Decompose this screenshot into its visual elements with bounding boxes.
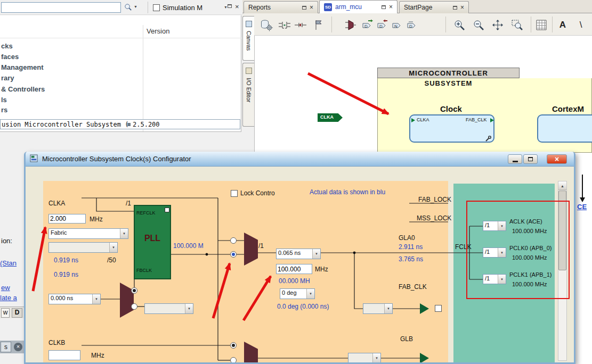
pin-clka-label[interactable]: CLKA bbox=[417, 117, 429, 122]
text-tool-icon[interactable]: A bbox=[555, 18, 570, 32]
fragment-link-stan[interactable]: (Stan bbox=[0, 259, 17, 267]
tie-pin-icon[interactable]: D bbox=[405, 18, 420, 32]
clock-section-label: Clock bbox=[440, 104, 462, 113]
subsystem-title-bar[interactable]: MICROCONTROLLER bbox=[377, 68, 520, 78]
column-divider[interactable] bbox=[143, 25, 143, 131]
dialog-icon bbox=[30, 154, 38, 164]
restore-button[interactable] bbox=[523, 154, 538, 164]
smartdesign-icon: SD bbox=[324, 3, 332, 11]
clka-net-flag[interactable]: CLKA bbox=[318, 113, 343, 122]
catalog-item[interactable]: rary bbox=[1, 74, 14, 82]
fab-clk-port-icon bbox=[420, 303, 429, 314]
dropdown-glyph: ▼ bbox=[95, 297, 98, 301]
gla0-phase-select[interactable]: 0 deg ▼ bbox=[280, 288, 315, 299]
close-panel-icon[interactable]: × bbox=[235, 3, 239, 11]
gla0-delay-select[interactable]: 0.065 ns ▼ bbox=[276, 249, 321, 259]
scrollbar-up-button[interactable]: ▲ bbox=[558, 181, 566, 190]
pin-fabclk-label[interactable]: FAB_CLK bbox=[466, 117, 487, 122]
tab-arm-mcu[interactable]: SD arm_mcu × bbox=[319, 0, 398, 13]
quick-connect-icon[interactable] bbox=[293, 18, 308, 32]
lock-control-label: Lock Contro bbox=[240, 189, 275, 197]
status-tab-s[interactable]: s bbox=[1, 342, 11, 352]
clka-source-select[interactable]: Fabric ▼ bbox=[48, 228, 128, 239]
simulation-dropdown-icon[interactable]: ▼ bbox=[224, 5, 228, 9]
close-icon[interactable]: × bbox=[389, 4, 393, 10]
close-button[interactable]: × bbox=[547, 154, 567, 164]
text-tool-glyph: A bbox=[559, 20, 566, 30]
minimize-button[interactable] bbox=[508, 154, 522, 164]
clkb-frequency-input[interactable] bbox=[48, 350, 80, 360]
zoom-in-icon[interactable] bbox=[452, 18, 467, 32]
catalog-item[interactable]: cks bbox=[1, 42, 13, 50]
fab-clk-select[interactable]: ▼ bbox=[363, 303, 393, 314]
connection-mode-icon[interactable] bbox=[277, 18, 292, 32]
grid-icon[interactable] bbox=[534, 18, 549, 32]
clka-secondary-select[interactable]: ▼ bbox=[48, 242, 118, 253]
catalog-search-input[interactable] bbox=[1, 2, 121, 13]
simulation-mode-checkbox[interactable] bbox=[153, 4, 160, 11]
dropdown-arrow-icon: ▼ bbox=[120, 229, 128, 238]
pll-block[interactable]: REFCLK PLL FBCLK bbox=[134, 205, 171, 279]
close-icon[interactable]: × bbox=[460, 4, 464, 11]
catalog-selected-row[interactable]: usion Microcontroller Subsystem ( 2.5.20… bbox=[0, 119, 240, 129]
search-icon[interactable] bbox=[124, 3, 132, 13]
fab-clk-checkbox[interactable] bbox=[435, 305, 442, 312]
version-column-header[interactable]: Version bbox=[147, 27, 169, 35]
zoom-window-icon[interactable] bbox=[509, 18, 524, 32]
clka-frequency-input[interactable] bbox=[48, 214, 86, 224]
zoom-fit-icon[interactable] bbox=[490, 18, 505, 32]
float-icon[interactable] bbox=[302, 6, 306, 10]
clka-delay-a: 0.919 ns bbox=[54, 257, 78, 264]
float-icon[interactable] bbox=[453, 6, 457, 10]
add-probe-icon[interactable] bbox=[311, 18, 326, 32]
bottom-tab-w[interactable]: w bbox=[1, 308, 10, 318]
glb-source-radio-bottom[interactable] bbox=[230, 357, 237, 363]
select-value bbox=[49, 243, 109, 252]
fragment-link-late[interactable]: late a bbox=[0, 294, 17, 302]
feedback-radio-top[interactable] bbox=[131, 287, 137, 294]
tab-startpage[interactable]: StartPage × bbox=[399, 1, 469, 13]
gla0-source-radio-bypass[interactable] bbox=[230, 237, 237, 244]
zoom-out-icon[interactable] bbox=[471, 18, 486, 32]
float-icon[interactable] bbox=[382, 5, 386, 9]
lock-control-checkbox[interactable] bbox=[231, 190, 238, 197]
gla0-delay1: 2.911 ns bbox=[399, 243, 423, 251]
catalog-item[interactable]: faces bbox=[1, 53, 19, 61]
generate-component-icon[interactable] bbox=[259, 18, 274, 32]
catalog-item[interactable]: & Controllers bbox=[1, 85, 45, 93]
line-tool-icon[interactable]: \ bbox=[573, 18, 588, 32]
dialog-titlebar[interactable]: Microcontroller Subsystem Clock(s) Confi… bbox=[26, 152, 574, 167]
tab-reports[interactable]: Reports × bbox=[244, 1, 318, 13]
feedback-radio-bottom[interactable] bbox=[131, 303, 137, 310]
core-icon bbox=[127, 123, 131, 126]
canvas-edge-label[interactable]: CE bbox=[577, 203, 587, 211]
clock-instance-box[interactable]: CLKA FAB_CLK bbox=[409, 114, 494, 143]
fragment-link-ew[interactable]: ew bbox=[1, 284, 10, 292]
promote-pin-icon[interactable]: D bbox=[360, 18, 375, 32]
wrench-icon[interactable] bbox=[485, 136, 491, 144]
tab-canvas[interactable]: Canvas bbox=[242, 16, 254, 61]
search-dropdown-icon[interactable]: ▼ bbox=[134, 5, 137, 9]
catalog-item[interactable]: ls bbox=[1, 96, 7, 104]
pll-title: PLL bbox=[135, 234, 170, 243]
cortex-instance-box[interactable] bbox=[537, 114, 592, 143]
glb-select[interactable]: ▼ bbox=[348, 353, 381, 363]
select-value bbox=[363, 304, 384, 313]
add-mux-icon[interactable] bbox=[343, 18, 358, 32]
invert-pin-icon[interactable]: N bbox=[390, 18, 405, 32]
glb-source-radio-top[interactable] bbox=[230, 342, 237, 349]
feedback-delay-select[interactable]: 0.000 ns ▼ bbox=[48, 294, 101, 304]
catalog-item[interactable]: Management bbox=[1, 63, 43, 71]
catalog-item[interactable]: rs bbox=[1, 106, 7, 114]
bottom-tab-d[interactable]: D bbox=[12, 308, 22, 318]
gla0-source-radio-pll[interactable] bbox=[230, 251, 237, 258]
close-icon[interactable]: × bbox=[310, 4, 313, 11]
float-panel-icon[interactable] bbox=[228, 4, 232, 8]
status-close-icon[interactable]: × bbox=[14, 343, 22, 351]
clock-configurator-dialog[interactable]: Microcontroller Subsystem Clock(s) Confi… bbox=[24, 152, 575, 364]
tab-io-editor[interactable]: I/O Editor bbox=[242, 63, 254, 127]
gla0-frequency-input[interactable] bbox=[276, 264, 312, 274]
unpromote-pin-icon[interactable]: D bbox=[375, 18, 390, 32]
canvas-net-line bbox=[582, 175, 583, 198]
feedback-source-select[interactable]: ▼ bbox=[144, 303, 193, 314]
